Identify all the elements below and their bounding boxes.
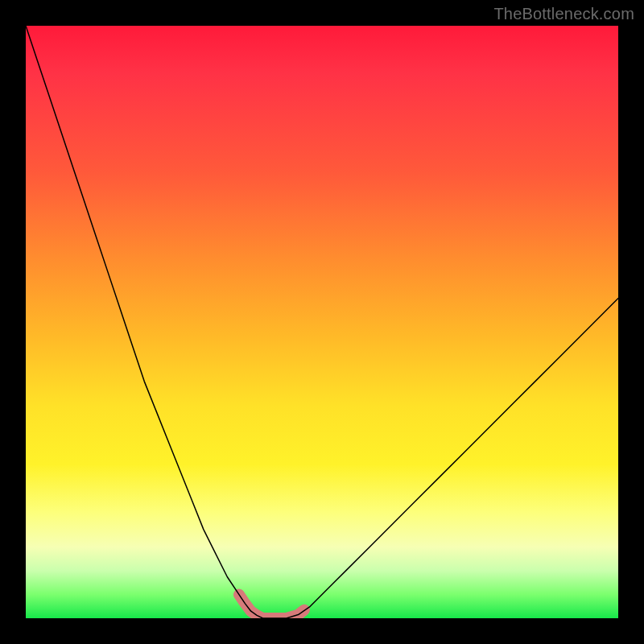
bottleneck-curve [26, 26, 618, 618]
plot-area [26, 26, 618, 618]
chart-frame: TheBottleneck.com [0, 0, 644, 644]
watermark-text: TheBottleneck.com [493, 5, 634, 23]
curve-layer [26, 26, 618, 618]
flat-bottom-marker [239, 595, 304, 618]
